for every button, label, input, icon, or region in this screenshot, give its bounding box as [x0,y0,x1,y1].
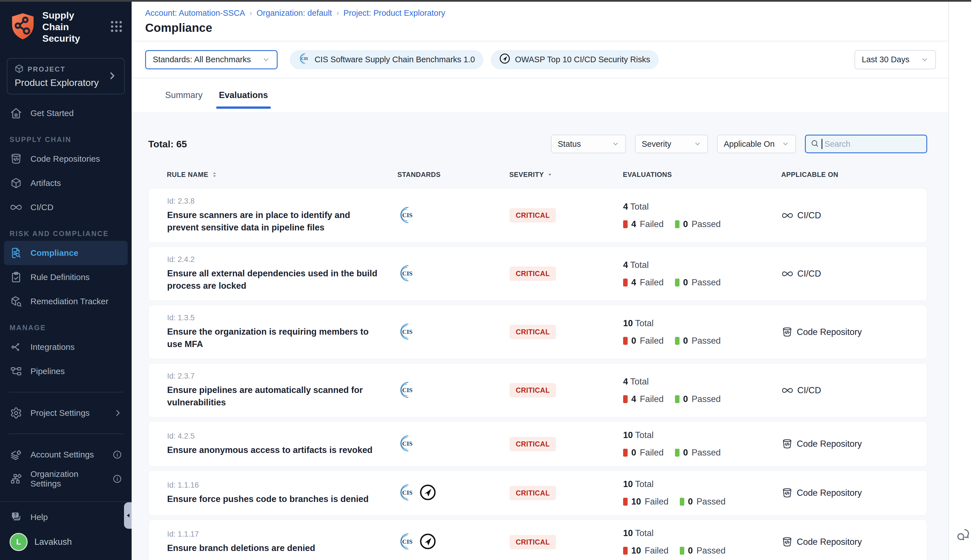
failed-count: 0 Failed [623,336,664,346]
evaluations-cell: 10 Total 10 Failed 0 Passed [623,528,782,556]
sidebar-item-integrations[interactable]: Integrations [0,335,132,359]
applicable-on-dropdown[interactable]: Applicable On [717,135,796,153]
evaluations-cell: 4 Total 4 Failed 0 Passed [623,260,782,288]
standards-dropdown[interactable]: Standards: All Benchmarks [145,50,278,69]
standards-cell: CIS [398,483,510,503]
chat-support-icon[interactable] [956,527,971,543]
column-header-rule-name[interactable]: RULE NAME [167,171,397,178]
eval-failed-num: 4 [631,219,636,229]
chevron-separator-icon: › [337,9,339,17]
sidebar-item-label: Remediation Tracker [30,297,108,306]
failed-square-icon [623,498,628,506]
org-hierarchy-gear-icon [10,472,23,485]
sidebar-item-pipelines[interactable]: Pipelines [0,359,132,383]
chevron-down-icon [262,56,270,64]
sidebar-item-label: Integrations [30,342,75,352]
failed-count: 4 Failed [623,277,664,288]
sidebar-item-label: CI/CD [30,203,53,212]
applicable-label: Code Repository [797,537,862,547]
table-row[interactable]: Id: 2.4.2 Ensure all external dependenci… [148,247,927,301]
severity-cell: CRITICAL [510,535,623,549]
infinity-icon [10,201,23,214]
eval-total-num: 10 [623,430,633,440]
status-dropdown[interactable]: Status [551,135,626,153]
tab-label: Evaluations [219,90,268,100]
dropdown-label: Applicable On [724,140,775,149]
app-logo-shield-icon [10,12,36,42]
rule-name: Ensure force pushes code to branches is … [167,493,384,505]
severity-dropdown[interactable]: Severity [635,135,708,153]
column-label: STANDARDS [397,171,440,178]
svg-text:CIS: CIS [301,56,308,61]
chip-cis-benchmark[interactable]: CIS CIS Software Supply Chain Benchmarks… [290,50,483,69]
avatar: L [10,533,28,551]
cis-logo-icon: CIS [398,206,416,225]
chip-owasp-top10[interactable]: OWASP Top 10 CI/CD Security Risks [491,50,658,69]
sidebar-item-compliance[interactable]: Compliance [4,241,128,265]
table-row[interactable]: Id: 1.1.16 Ensure force pushes code to b… [148,470,927,515]
code-repository-icon [782,536,793,548]
sidebar-item-organization-settings[interactable]: Organization Settings [0,467,132,491]
breadcrumb-account-link[interactable]: Account: Automation-SSCA [145,8,245,18]
rule-cell: Id: 1.1.16 Ensure force pushes code to b… [167,481,398,505]
severity-badge: CRITICAL [510,208,556,223]
app-title: Supply Chain Security [42,10,103,44]
failed-square-icon [623,395,628,403]
table-row[interactable]: Id: 1.1.17 Ensure branch deletions are d… [148,520,927,560]
sidebar: Supply Chain Security PROJECT [0,2,132,560]
severity-cell: CRITICAL [510,325,623,339]
passed-square-icon [675,395,679,403]
sidebar-item-account-settings[interactable]: Account Settings [0,443,132,467]
cis-logo-icon: CIS [398,483,416,503]
eval-total-num: 10 [623,528,633,538]
table-row[interactable]: Id: 2.3.7 Ensure pipelines are automatic… [148,363,927,417]
search-input[interactable] [825,140,922,149]
table-row[interactable]: Id: 4.2.5 Ensure anonymous access to art… [148,422,927,467]
apps-grid-icon[interactable] [109,19,124,35]
sidebar-item-get-started[interactable]: Get Started [0,101,132,125]
eval-failed-label: Failed [645,546,668,556]
logo-row: Supply Chain Security [0,2,132,51]
rule-cell: Id: 1.3.5 Ensure the organization is req… [167,313,398,350]
sidebar-item-artifacts[interactable]: Artifacts [0,171,132,195]
integrations-icon [10,340,23,353]
sidebar-item-help[interactable]: ? Help [0,506,132,528]
column-header-severity[interactable]: SEVERITY [509,171,623,178]
failed-count: 10 Failed [623,497,669,507]
sidebar-item-remediation-tracker[interactable]: Remediation Tracker [0,289,132,313]
table-row[interactable]: Id: 1.3.5 Ensure the organization is req… [148,305,927,359]
sidebar-item-code-repositories[interactable]: Code Repositories [0,147,132,171]
page-title: Compliance [145,21,948,35]
rule-cell: Id: 4.2.5 Ensure anonymous access to art… [167,432,398,456]
breadcrumb-project-link[interactable]: Project: Product Exploratory [344,8,445,18]
applicable-on-cell: Code Repository [782,438,916,450]
package-icon [15,64,24,74]
rule-id: Id: 2.3.8 [167,197,398,206]
failed-square-icon [623,337,628,345]
tab-evaluations[interactable]: Evaluations [217,78,270,112]
tab-summary[interactable]: Summary [163,78,204,112]
rule-name: Ensure branch deletions are denied [167,542,384,554]
total-count: Total: 65 [148,138,187,150]
rule-id: Id: 1.1.16 [167,481,398,490]
eval-total-label: Total [630,260,649,270]
info-icon[interactable] [112,474,122,484]
cis-logo-icon: CIS [398,264,416,283]
sidebar-collapse-handle[interactable] [124,502,132,529]
eval-passed-label: Passed [692,336,720,346]
eval-failed-num: 0 [631,448,636,458]
table-header: RULE NAME STANDARDS SEVERITY EVALUATIONS [148,171,927,178]
user-menu[interactable]: L Lavakush [0,528,132,555]
sidebar-item-rule-definitions[interactable]: Rule Definitions [0,265,132,289]
sidebar-item-cicd[interactable]: CI/CD [0,195,132,220]
eval-failed-num: 4 [631,277,636,288]
date-range-dropdown[interactable]: Last 30 Days [854,50,936,69]
sidebar-item-project-settings[interactable]: Project Settings [0,401,132,425]
info-icon[interactable] [112,450,122,460]
applicable-label: Code Repository [797,327,862,337]
project-selector[interactable]: PROJECT Product Exploratory [7,58,125,94]
table-row[interactable]: Id: 2.3.8 Ensure scanners are in place t… [148,188,927,243]
rule-cell: Id: 1.1.17 Ensure branch deletions are d… [167,530,398,554]
breadcrumb-organization-link[interactable]: Organization: default [257,8,332,18]
passed-count: 0 Passed [675,448,721,458]
